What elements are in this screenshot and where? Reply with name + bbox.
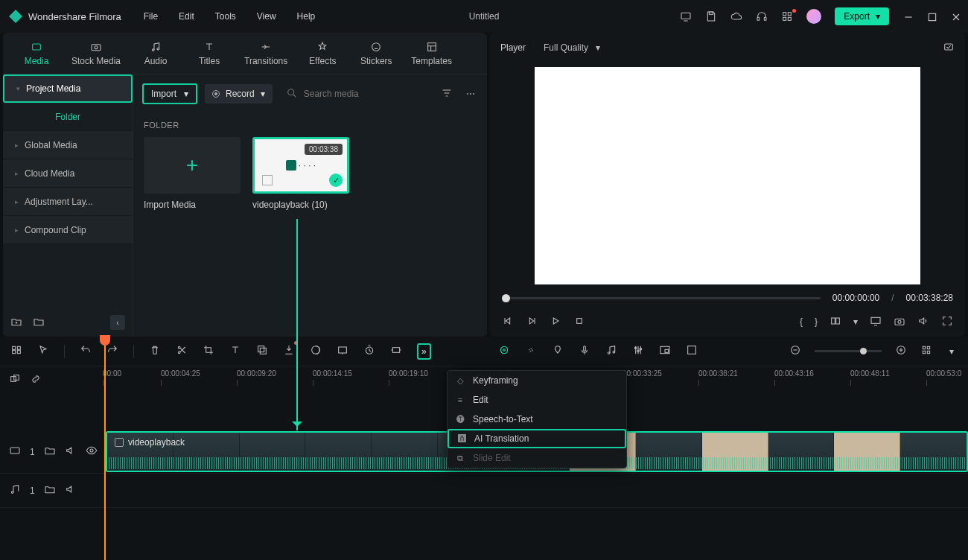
pip-icon[interactable]	[659, 344, 671, 358]
lock-icon[interactable]	[44, 483, 56, 497]
redo-icon[interactable]	[106, 344, 118, 358]
bin-icon[interactable]	[33, 316, 45, 330]
timer-icon[interactable]	[363, 344, 375, 358]
user-avatar[interactable]	[806, 9, 821, 24]
scrub-slider[interactable]	[502, 297, 821, 299]
tab-templates[interactable]: Templates	[411, 40, 452, 66]
tab-transitions[interactable]: Transitions	[244, 40, 287, 66]
sidebar-cloud-media[interactable]: ▸Cloud Media	[3, 159, 133, 188]
color-icon[interactable]	[310, 344, 322, 358]
copy-icon[interactable]	[256, 344, 268, 358]
minimize-icon[interactable]	[902, 11, 913, 22]
cursor-icon[interactable]	[37, 344, 49, 358]
quality-dropdown[interactable]: Full Quality▾	[544, 42, 600, 53]
menu-help[interactable]: Help	[297, 11, 316, 22]
collapse-sidebar-button[interactable]: ‹	[110, 315, 125, 330]
search-input[interactable]	[304, 89, 424, 99]
crop-icon[interactable]	[203, 344, 214, 358]
prev-frame-icon[interactable]	[502, 315, 514, 329]
close-icon[interactable]	[950, 11, 961, 22]
ctx-edit[interactable]: ≡Edit	[448, 390, 626, 410]
sidebar-adjustment[interactable]: ▸Adjustment Lay...	[3, 188, 133, 216]
menu-tools[interactable]: Tools	[215, 11, 236, 22]
import-button[interactable]: Import▾	[142, 83, 197, 104]
search-box[interactable]	[280, 87, 430, 101]
filter-icon[interactable]	[438, 84, 456, 104]
ctx-speech-to-text[interactable]: 🅣Speech-to-Text	[448, 410, 626, 429]
undo-icon[interactable]	[80, 344, 92, 358]
stop-icon[interactable]	[573, 315, 585, 329]
layout-icon[interactable]	[830, 315, 841, 329]
maximize-icon[interactable]	[926, 11, 937, 22]
more-icon[interactable]: ⋯	[463, 86, 478, 102]
tab-stock[interactable]: Stock Media	[71, 40, 121, 66]
apps-icon[interactable]	[781, 10, 793, 22]
stickers-icon	[368, 40, 384, 54]
mixer-icon[interactable]	[632, 344, 644, 358]
import-tile[interactable]: + Import Media	[144, 137, 241, 210]
tab-titles[interactable]: Titles	[191, 40, 228, 66]
marker-icon[interactable]	[552, 344, 564, 358]
ctx-keyframing[interactable]: ◇Keyframing	[448, 371, 626, 390]
chevron-down-icon[interactable]: ▾	[853, 316, 858, 327]
volume-icon[interactable]	[917, 315, 929, 329]
speed-down-icon[interactable]	[283, 344, 295, 358]
menu-file[interactable]: File	[144, 11, 158, 22]
more-tools-button[interactable]: »	[417, 343, 431, 360]
chevron-down-icon[interactable]: ▾	[946, 346, 958, 357]
fit-icon[interactable]	[390, 344, 402, 358]
fullscreen-icon[interactable]	[941, 315, 953, 329]
mic-icon[interactable]	[579, 344, 590, 358]
tracks-icon[interactable]	[10, 344, 22, 358]
mark-in-icon[interactable]: {	[800, 316, 803, 327]
media-clip-tile[interactable]: 00:03:38 · · · · ✓ videoplayback (10)	[252, 137, 349, 210]
tab-effects[interactable]: Effects	[304, 40, 341, 66]
tab-media[interactable]: Media	[18, 40, 55, 66]
next-frame-icon[interactable]	[526, 315, 538, 329]
adjust-icon[interactable]	[525, 344, 537, 358]
view-grid-icon[interactable]	[920, 344, 932, 358]
sidebar-project-media[interactable]: ▾Project Media	[3, 74, 133, 103]
save-icon[interactable]	[705, 10, 717, 22]
sidebar-global-media[interactable]: ▸Global Media	[3, 131, 133, 159]
menu-view[interactable]: View	[257, 11, 276, 22]
zoom-in-icon[interactable]	[895, 344, 907, 358]
snapshot-icon[interactable]	[943, 41, 955, 55]
delete-icon[interactable]	[149, 344, 161, 358]
render-icon[interactable]	[686, 344, 698, 358]
tab-stickers[interactable]: Stickers	[357, 40, 395, 66]
slide-icon: ⧉	[455, 454, 465, 463]
video-canvas[interactable]	[535, 67, 920, 284]
overlap-icon[interactable]	[9, 373, 21, 387]
ctx-ai-translation[interactable]: 🅰AI Translation	[448, 429, 626, 448]
zoom-out-icon[interactable]	[789, 344, 801, 358]
sidebar-compound[interactable]: ▸Compound Clip	[3, 216, 133, 244]
mute-icon[interactable]	[65, 483, 77, 497]
new-folder-icon[interactable]	[10, 316, 22, 330]
sidebar-folder[interactable]: Folder	[3, 103, 133, 131]
headphones-icon[interactable]	[756, 10, 768, 22]
menu-edit[interactable]: Edit	[179, 11, 194, 22]
export-frame-icon[interactable]	[337, 344, 348, 358]
audio-track-body[interactable]	[104, 474, 968, 507]
lock-icon[interactable]	[44, 445, 56, 459]
export-button[interactable]: Export ▾	[835, 7, 889, 25]
display-icon[interactable]	[870, 315, 882, 329]
zoom-slider[interactable]	[815, 350, 882, 352]
camera-icon[interactable]	[894, 315, 905, 329]
playhead[interactable]	[104, 337, 106, 560]
link-icon[interactable]	[30, 373, 42, 387]
text-icon[interactable]	[229, 344, 241, 358]
mute-icon[interactable]	[65, 445, 77, 459]
music-icon[interactable]	[605, 344, 617, 358]
cloud-icon[interactable]	[730, 10, 742, 22]
device-icon[interactable]	[680, 10, 692, 22]
split-icon[interactable]	[176, 344, 188, 358]
mark-out-icon[interactable]: }	[815, 316, 818, 327]
ai-icon[interactable]	[498, 344, 510, 358]
tab-audio[interactable]: Audio	[137, 40, 174, 66]
record-button[interactable]: Record▾	[205, 84, 273, 104]
svg-rect-31	[258, 346, 264, 352]
eye-icon[interactable]	[86, 445, 98, 459]
play-icon[interactable]	[550, 315, 561, 329]
